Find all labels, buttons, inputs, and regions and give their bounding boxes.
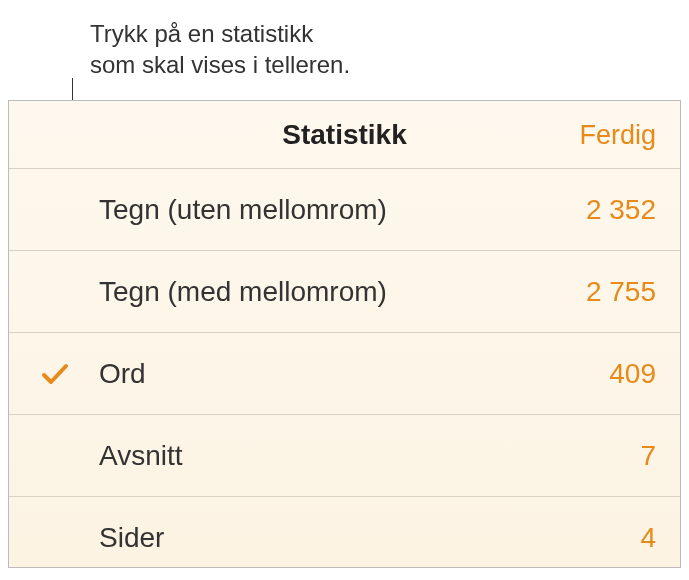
stat-value: 409	[609, 358, 656, 390]
stat-value: 4	[640, 522, 656, 554]
done-button[interactable]: Ferdig	[579, 119, 656, 150]
stat-row-chars-no-spaces[interactable]: Tegn (uten mellomrom) 2 352	[9, 169, 680, 251]
stat-row-words[interactable]: Ord 409	[9, 333, 680, 415]
stat-value: 2 755	[586, 276, 656, 308]
stat-label: Tegn (med mellomrom)	[99, 276, 586, 308]
statistics-panel: Statistikk Ferdig Tegn (uten mellomrom) …	[8, 100, 681, 568]
stat-value: 7	[640, 440, 656, 472]
stat-label: Ord	[99, 358, 609, 390]
panel-title: Statistikk	[282, 119, 407, 151]
stat-label: Tegn (uten mellomrom)	[99, 194, 586, 226]
callout-text: Trykk på en statistikksom skal vises i t…	[90, 18, 350, 80]
stat-label: Avsnitt	[99, 440, 640, 472]
stat-label: Sider	[99, 522, 640, 554]
stat-row-paragraphs[interactable]: Avsnitt 7	[9, 415, 680, 497]
stat-row-chars-with-spaces[interactable]: Tegn (med mellomrom) 2 755	[9, 251, 680, 333]
panel-header: Statistikk Ferdig	[9, 101, 680, 169]
checkmark-icon	[39, 358, 71, 390]
stat-value: 2 352	[586, 194, 656, 226]
stat-row-pages[interactable]: Sider 4	[9, 497, 680, 568]
